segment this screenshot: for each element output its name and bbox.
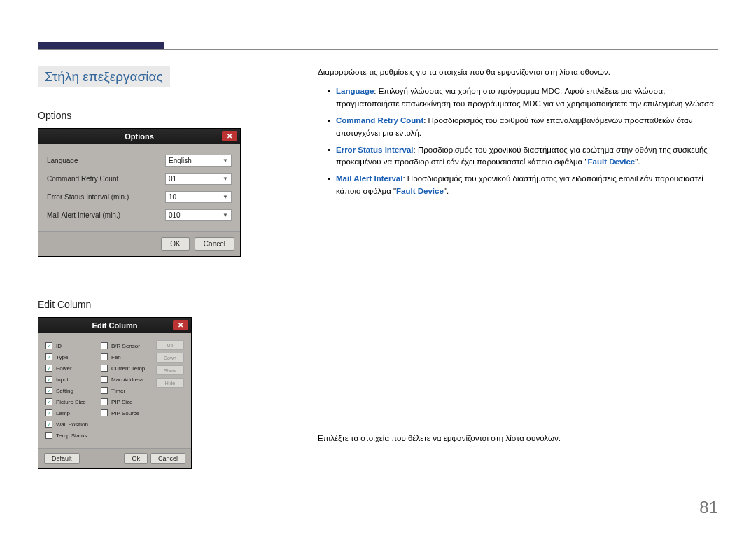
bullet-error: Error Status Interval: Προσδιορισμός του… <box>328 144 718 169</box>
checkbox-icon[interactable] <box>101 376 108 383</box>
list-item-label: Power <box>56 365 72 372</box>
list-item[interactable]: PIP Source <box>101 407 150 419</box>
right-column: Διαμορφώστε τις ρυθμίσεις για τα στοιχεί… <box>318 66 718 444</box>
kw-mail: Mail Alert Interval <box>336 174 402 183</box>
list-item-label: Lamp <box>56 410 70 416</box>
options-intro: Διαμορφώστε τις ρυθμίσεις για τα στοιχεί… <box>318 66 718 78</box>
options-bullets: Language: Επιλογή γλώσσας για χρήση στο … <box>328 85 718 198</box>
checkbox-icon[interactable]: ✓ <box>46 353 52 360</box>
editcolumn-heading: Edit Column <box>38 299 297 310</box>
options-dialog: Options ✕ Language English▼ Command Retr… <box>38 128 241 257</box>
list-item-label: Input <box>56 377 69 383</box>
editcolumn-side: Up Down Show Hide <box>156 340 184 441</box>
show-button[interactable]: Show <box>156 365 184 375</box>
list-item[interactable]: Fan <box>101 351 150 363</box>
list-item[interactable]: ✓Type <box>46 351 95 363</box>
cancel-button[interactable]: Cancel <box>195 237 234 251</box>
list-item[interactable]: ✓Lamp <box>46 407 95 419</box>
list-item-label: Timer <box>111 388 125 394</box>
down-button[interactable]: Down <box>156 353 184 363</box>
select-language[interactable]: English▼ <box>165 155 232 167</box>
row-error: Error Status Interval (min.) 10▼ <box>47 188 232 206</box>
label-mail: Mail Alert Interval (min.) <box>47 211 120 219</box>
list-item[interactable]: ✓ID <box>46 340 95 351</box>
checkbox-icon[interactable] <box>101 398 108 405</box>
kw-language: Language <box>336 87 374 95</box>
checkbox-icon[interactable]: ✓ <box>46 421 52 428</box>
select-mail[interactable]: 010▼ <box>165 209 232 221</box>
section-title: Στήλη επεξεργασίας <box>38 66 170 87</box>
checkbox-icon[interactable] <box>46 432 52 439</box>
header-divider <box>38 49 718 50</box>
list-item[interactable]: PIP Size <box>101 396 150 407</box>
list-item-label: PIP Size <box>111 399 133 405</box>
label-retry: Command Retry Count <box>47 175 118 183</box>
checkbox-icon[interactable]: ✓ <box>46 342 52 349</box>
checkbox-icon[interactable] <box>101 409 108 416</box>
list-item[interactable]: ✓Picture Size <box>46 396 95 407</box>
editcolumn-footer: Default Ok Cancel <box>38 448 191 468</box>
list-item-label: Wall Position <box>56 421 88 428</box>
options-dialog-body: Language English▼ Command Retry Count 01… <box>38 144 240 231</box>
row-language: Language English▼ <box>47 151 232 169</box>
select-retry[interactable]: 01▼ <box>165 173 232 185</box>
bullet-mail: Mail Alert Interval: Προσδιορισμός του χ… <box>328 173 718 198</box>
bullet-retry: Command Retry Count: Προσδιορισμός του α… <box>328 115 718 140</box>
kw-fault-device-1: Fault Device <box>588 157 636 166</box>
up-button[interactable]: Up <box>156 340 184 350</box>
editcolumn-col2: B/R SensorFanCurrent Temp.Mac AddressTim… <box>101 340 150 441</box>
options-dialog-title: Options <box>125 132 154 141</box>
list-item[interactable]: B/R Sensor <box>101 340 150 351</box>
checkbox-icon[interactable]: ✓ <box>46 365 52 372</box>
list-item[interactable]: ✓Setting <box>46 385 95 396</box>
left-column: Στήλη επεξεργασίας Options Options ✕ Lan… <box>38 66 297 469</box>
txt-mail-b: ". <box>444 187 449 195</box>
list-item-label: B/R Sensor <box>111 343 140 349</box>
checkbox-icon[interactable]: ✓ <box>46 376 52 383</box>
select-error[interactable]: 10▼ <box>165 191 232 203</box>
options-heading: Options <box>38 110 297 121</box>
list-item[interactable]: ✓Power <box>46 363 95 374</box>
hide-button[interactable]: Hide <box>156 378 184 388</box>
cancel-button[interactable]: Cancel <box>150 453 186 464</box>
list-item-label: Type <box>56 354 68 360</box>
checkbox-icon[interactable]: ✓ <box>46 387 52 394</box>
list-item[interactable]: ✓Wall Position <box>46 419 95 430</box>
options-dialog-footer: OK Cancel <box>38 231 240 256</box>
list-item-label: ID <box>56 343 62 349</box>
kw-retry: Command Retry Count <box>336 116 424 125</box>
checkbox-icon[interactable] <box>101 342 108 349</box>
txt-error-b: ". <box>635 157 640 166</box>
ok-button[interactable]: Ok <box>124 453 148 464</box>
checkbox-icon[interactable] <box>101 353 108 360</box>
editcolumn-body: ✓ID✓Type✓Power✓Input✓Setting✓Picture Siz… <box>38 333 191 448</box>
list-item[interactable]: Mac Address <box>101 374 150 385</box>
list-item[interactable]: Timer <box>101 385 150 396</box>
close-icon[interactable]: ✕ <box>173 320 188 330</box>
label-error: Error Status Interval (min.) <box>47 193 129 201</box>
checkbox-icon[interactable]: ✓ <box>46 398 52 405</box>
list-item[interactable]: Temp Status <box>46 430 95 441</box>
checkbox-icon[interactable]: ✓ <box>46 409 52 416</box>
default-button[interactable]: Default <box>44 453 80 464</box>
header-accent <box>38 42 164 49</box>
list-item-label: Current Temp. <box>111 365 147 372</box>
kw-error: Error Status Interval <box>336 146 414 154</box>
checkbox-icon[interactable] <box>101 365 108 372</box>
bullet-language: Language: Επιλογή γλώσσας για χρήση στο … <box>328 85 718 111</box>
list-item[interactable]: ✓Input <box>46 374 95 385</box>
checkbox-icon[interactable] <box>101 387 108 394</box>
chevron-down-icon: ▼ <box>223 212 228 218</box>
list-item[interactable]: Current Temp. <box>101 363 150 374</box>
options-dialog-titlebar: Options ✕ <box>38 129 240 144</box>
chevron-down-icon: ▼ <box>223 176 228 182</box>
editcolumn-desc: Επιλέξτε τα στοιχεία που θέλετε να εμφαν… <box>318 433 718 444</box>
row-retry: Command Retry Count 01▼ <box>47 169 232 188</box>
kw-fault-device-2: Fault Device <box>396 187 444 195</box>
close-icon[interactable]: ✕ <box>222 131 237 141</box>
page-number: 81 <box>699 498 718 517</box>
list-item-label: Picture Size <box>56 399 86 405</box>
ok-button[interactable]: OK <box>161 237 189 251</box>
row-mail: Mail Alert Interval (min.) 010▼ <box>47 206 232 224</box>
chevron-down-icon: ▼ <box>223 194 228 200</box>
